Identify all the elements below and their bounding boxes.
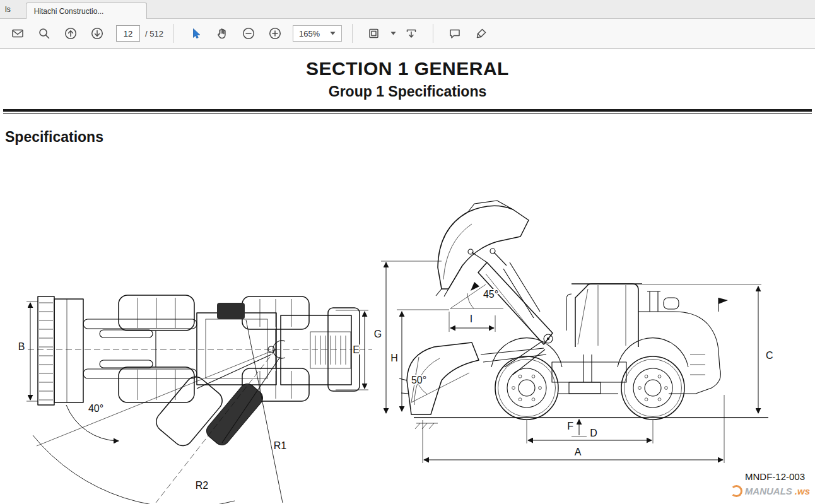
specifications-diagram: B E 40° R1 R2 [0, 178, 815, 504]
side-view-drawing: G H I 45° 50° C F D A [374, 201, 773, 463]
hand-tool-icon [216, 27, 228, 40]
email-button[interactable] [6, 23, 29, 44]
document-page: SECTION 1 GENERAL Group 1 Specifications… [0, 49, 815, 504]
section-heading: SECTION 1 GENERAL [0, 49, 815, 79]
comment-button[interactable] [443, 23, 466, 44]
zoom-in-button[interactable] [264, 23, 286, 44]
fit-width-button[interactable] [400, 23, 423, 44]
hand-tool-button[interactable] [211, 23, 233, 44]
angle-label-50: 50° [411, 375, 426, 385]
dim-label-f: F [567, 421, 573, 431]
dim-label-h: H [390, 353, 398, 363]
watermark-text: MANUALS [745, 486, 792, 496]
dim-label-i: I [470, 314, 472, 324]
tools-tab-partial[interactable]: ls [0, 5, 15, 18]
select-tool-icon [189, 27, 202, 40]
toolbar-separator [433, 24, 433, 43]
radius-label-r1: R1 [274, 440, 287, 451]
dim-label-a: A [575, 447, 582, 457]
watermark-swirl-icon [730, 485, 742, 497]
highlight-button[interactable] [470, 23, 493, 44]
zoom-out-icon [242, 27, 255, 40]
watermark-suffix: .ws [795, 486, 810, 496]
group-heading: Group 1 Specifications [0, 83, 815, 100]
zoom-out-button[interactable] [237, 23, 260, 44]
page-fit-icon [368, 27, 380, 40]
document-tab-title: Hitachi Constructio... [34, 7, 104, 16]
search-button[interactable] [33, 23, 56, 44]
divider-rule [3, 109, 812, 114]
search-icon [38, 27, 50, 40]
fit-width-icon [405, 27, 418, 40]
comment-icon [449, 27, 461, 40]
pdf-toolbar: / 512 165% [0, 19, 815, 49]
page-fit-button[interactable] [363, 23, 385, 44]
top-view-drawing: B E 40° R1 R2 [18, 295, 372, 504]
dim-label-d: D [590, 428, 597, 438]
app-window: ls Hitachi Constructio... [0, 0, 815, 504]
dim-label-g: G [374, 329, 382, 339]
watermark-logo: MANUALS.ws [730, 485, 810, 497]
caret-down-icon [330, 32, 336, 35]
select-tool-button[interactable] [184, 23, 207, 44]
toolbar-separator [352, 24, 353, 43]
figure-code: MNDF-12-003 [745, 471, 805, 482]
zoom-in-icon [269, 27, 281, 40]
previous-page-button[interactable] [59, 23, 82, 44]
page-down-icon [91, 27, 103, 40]
specifications-heading: Specifications [5, 129, 815, 146]
highlight-icon [475, 27, 488, 40]
page-number-input[interactable] [116, 25, 140, 42]
toolbar-separator [173, 24, 174, 43]
next-page-button[interactable] [86, 23, 108, 44]
zoom-level-dropdown[interactable]: 165% [293, 25, 342, 42]
caret-down-icon[interactable] [390, 32, 396, 35]
angle-label-45: 45° [483, 289, 498, 300]
page-up-icon [64, 27, 77, 40]
page-navigation: / 512 [116, 25, 163, 42]
document-tab[interactable]: Hitachi Constructio... [26, 3, 147, 19]
email-icon [11, 27, 24, 40]
angle-label-40: 40° [88, 403, 103, 414]
dim-label-b: B [18, 341, 25, 352]
dim-label-e: E [353, 344, 360, 355]
dim-label-c: C [766, 350, 773, 361]
page-count-label: / 512 [145, 29, 163, 38]
zoom-value: 165% [299, 29, 320, 38]
tab-bar: ls Hitachi Constructio... [0, 0, 815, 19]
radius-label-r2: R2 [196, 480, 209, 491]
